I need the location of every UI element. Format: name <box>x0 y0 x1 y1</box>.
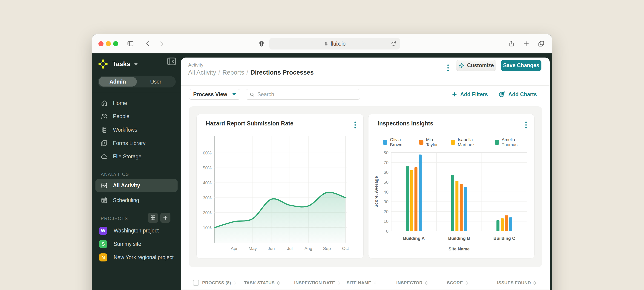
plus-icon <box>452 91 458 97</box>
share-icon[interactable] <box>508 40 515 47</box>
window-zoom-button[interactable] <box>113 41 118 46</box>
svg-text:Jun: Jun <box>268 246 275 251</box>
project-avatar: S <box>99 240 107 248</box>
lock-icon <box>324 41 329 46</box>
role-user-button[interactable]: User <box>137 77 175 87</box>
view-selector-value: Process View <box>193 91 227 98</box>
url-bar[interactable]: fluix.io <box>269 38 400 50</box>
new-tab-icon[interactable] <box>523 40 530 47</box>
chevron-down-icon <box>232 93 236 96</box>
chart-options-kebab-icon[interactable] <box>354 121 356 129</box>
url-text: fluix.io <box>330 41 346 47</box>
view-selector-dropdown[interactable]: Process View <box>189 89 240 100</box>
svg-text:Building C: Building C <box>493 236 515 241</box>
svg-text:10: 10 <box>384 219 388 224</box>
chart-card-inspections: Inspections Insights Olivia Brown Mia Ta… <box>368 114 534 258</box>
window-close-button[interactable] <box>98 41 104 46</box>
legend-swatch <box>495 140 499 145</box>
svg-text:20: 20 <box>384 209 388 214</box>
add-filters-button[interactable]: Add Filters <box>452 89 488 100</box>
role-admin-button[interactable]: Admin <box>99 77 137 87</box>
privacy-shield-icon[interactable] <box>258 40 265 47</box>
sidebar-item-file-storage[interactable]: File Storage <box>96 150 178 163</box>
sidebar-item-scheduling[interactable]: Scheduling <box>96 194 178 207</box>
sidebar-item-forms-library[interactable]: Forms Library <box>96 137 178 150</box>
column-header-issues-found[interactable]: ISSUES FOUND <box>497 280 536 285</box>
sort-icon[interactable] <box>533 280 536 285</box>
select-all-checkbox[interactable] <box>193 280 199 286</box>
legend-label: Mia Taylor <box>426 137 444 147</box>
breadcrumb-separator: / <box>246 69 248 76</box>
breadcrumb-all-activity[interactable]: All Activity <box>188 69 216 76</box>
gear-icon <box>458 63 464 69</box>
sidebar-item-people[interactable]: People <box>96 110 178 123</box>
sort-icon[interactable] <box>337 280 341 285</box>
svg-text:Sep: Sep <box>323 246 331 251</box>
svg-text:30%: 30% <box>203 195 212 200</box>
role-switcher: Admin User <box>98 76 176 88</box>
search-box <box>246 89 360 100</box>
svg-text:60: 60 <box>384 170 388 175</box>
page-eyebrow: Activity <box>188 62 204 68</box>
projects-grid-view-button[interactable] <box>148 213 158 223</box>
svg-text:20%: 20% <box>203 210 212 215</box>
svg-text:Score, Average: Score, Average <box>374 176 378 208</box>
browser-back-icon[interactable] <box>144 40 151 47</box>
svg-text:50: 50 <box>384 180 388 185</box>
browser-window: fluix.io Tasks <box>92 34 552 290</box>
add-charts-label: Add Charts <box>508 91 537 98</box>
chart-card-hazard-rate: Hazard Report Submission Rate 10%20%30%4… <box>196 114 364 258</box>
workspace-switcher[interactable]: Tasks <box>112 60 130 68</box>
column-header-score[interactable]: SCORE <box>447 280 497 285</box>
sort-icon[interactable] <box>424 280 428 285</box>
svg-text:40%: 40% <box>203 180 212 185</box>
svg-text:Oct: Oct <box>342 246 349 251</box>
project-item-summy[interactable]: S Summy site <box>96 238 178 250</box>
chart-title: Hazard Report Submission Rate <box>206 120 294 127</box>
sort-icon[interactable] <box>277 280 280 285</box>
sort-icon[interactable] <box>465 280 468 285</box>
page-options-kebab-icon[interactable] <box>447 63 450 73</box>
project-label: New York regional project <box>114 254 174 260</box>
breadcrumb-reports[interactable]: Reports <box>222 69 244 76</box>
svg-text:10%: 10% <box>203 225 212 230</box>
sort-icon[interactable] <box>373 280 377 285</box>
svg-text:0: 0 <box>386 229 388 234</box>
column-header-task-status[interactable]: TASK STATUS <box>244 280 294 285</box>
browser-forward-icon[interactable] <box>158 40 165 47</box>
window-minimize-button[interactable] <box>106 41 111 46</box>
browser-sidebar-toggle-icon[interactable] <box>127 40 134 47</box>
sidebar-item-label: Home <box>113 100 127 106</box>
sidebar-item-label: Scheduling <box>113 197 139 203</box>
sidebar-item-workflows[interactable]: Workflows <box>96 123 178 136</box>
breadcrumb-separator: / <box>218 69 220 76</box>
workspace-caret-icon[interactable] <box>134 63 138 65</box>
add-project-button[interactable] <box>160 213 170 223</box>
sidebar-collapse-button[interactable] <box>166 56 177 67</box>
refresh-icon[interactable] <box>390 41 397 47</box>
project-avatar: N <box>99 253 107 261</box>
search-icon <box>249 92 255 98</box>
project-item-washington[interactable]: W Washington project <box>96 225 178 237</box>
legend-label: Olivia Brown <box>390 137 412 147</box>
pie-chart-plus-icon <box>498 91 506 98</box>
sidebar-item-label: All Activity <box>113 182 140 189</box>
add-charts-button[interactable]: Add Charts <box>498 89 537 100</box>
search-input[interactable] <box>257 89 358 99</box>
column-header-process[interactable]: PROCESS (8) <box>202 280 244 285</box>
column-header-inspection-date[interactable]: INSPECTION DATE <box>294 280 346 285</box>
column-header-site-name[interactable]: SITE NAME <box>346 280 396 285</box>
hazard-area-chart: 10%20%30%40%50%60%AprMayJunJulAugSepOct <box>197 114 364 259</box>
sidebar: Tasks Admin User Home People Workfl <box>92 53 181 290</box>
save-changes-button[interactable]: Save Changes <box>501 60 542 71</box>
project-item-new-york[interactable]: N New York regional project <box>96 251 178 263</box>
projects-section-label: PROJECTS <box>101 216 128 221</box>
customize-button[interactable]: Customize <box>456 60 496 71</box>
column-header-inspector[interactable]: INSPECTOR <box>396 280 447 285</box>
chart-options-kebab-icon[interactable] <box>525 121 527 129</box>
legend-swatch <box>383 140 387 145</box>
sort-icon[interactable] <box>233 280 237 285</box>
sidebar-item-home[interactable]: Home <box>96 97 178 110</box>
sidebar-item-all-activity[interactable]: All Activity <box>96 179 178 192</box>
tab-overview-icon[interactable] <box>538 40 545 47</box>
